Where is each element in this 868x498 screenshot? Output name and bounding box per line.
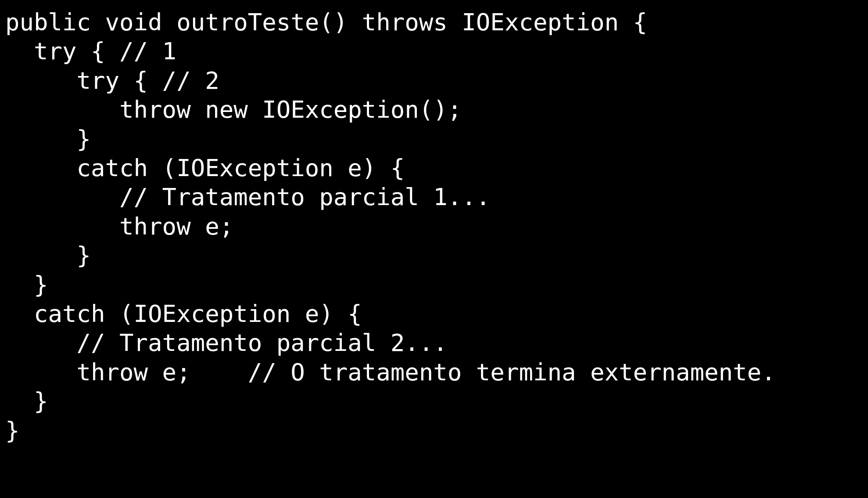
code-line: } [5,387,48,415]
code-line: throw new IOException(); [5,96,462,123]
code-line: try { // 1 [5,37,176,65]
code-line: // Tratamento parcial 1... [5,183,490,211]
code-line: catch (IOException e) { [5,300,362,328]
code-line: throw e; // O tratamento termina externa… [5,358,776,386]
code-line: } [5,242,91,269]
code-block: public void outroTeste() throws IOExcept… [0,0,868,445]
code-line: public void outroTeste() throws IOExcept… [5,8,647,36]
code-line: } [5,125,91,153]
code-line: // Tratamento parcial 2... [5,329,448,357]
code-line: try { // 2 [5,67,219,94]
code-line: } [5,271,48,299]
code-line: } [5,417,20,444]
code-line: throw e; [5,213,233,240]
code-line: catch (IOException e) { [5,154,405,182]
